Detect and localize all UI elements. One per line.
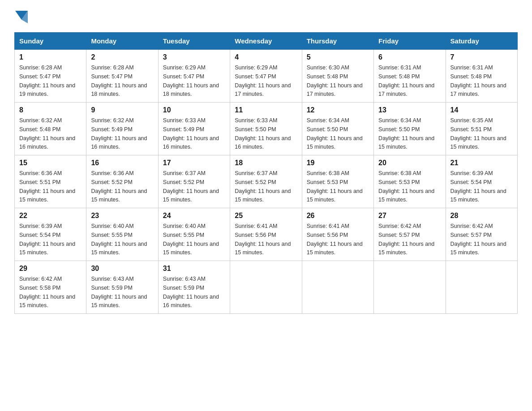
day-number: 21 (450, 159, 513, 167)
day-number: 24 (163, 212, 225, 220)
calendar-cell: 17 Sunrise: 6:37 AMSunset: 5:52 PMDaylig… (158, 155, 230, 208)
calendar-cell: 31 Sunrise: 6:43 AMSunset: 5:59 PMDaylig… (158, 261, 230, 314)
calendar-cell: 19 Sunrise: 6:38 AMSunset: 5:53 PMDaylig… (302, 155, 373, 208)
calendar-cell: 2 Sunrise: 6:28 AMSunset: 5:47 PMDayligh… (86, 50, 158, 103)
calendar-cell: 20 Sunrise: 6:38 AMSunset: 5:53 PMDaylig… (374, 155, 446, 208)
day-number: 11 (235, 106, 297, 114)
day-info: Sunrise: 6:34 AMSunset: 5:50 PMDaylight:… (307, 117, 363, 150)
day-info: Sunrise: 6:38 AMSunset: 5:53 PMDaylight:… (307, 170, 363, 203)
day-number: 29 (19, 265, 82, 273)
day-info: Sunrise: 6:28 AMSunset: 5:47 PMDaylight:… (91, 64, 147, 97)
day-info: Sunrise: 6:36 AMSunset: 5:52 PMDaylight:… (91, 170, 147, 203)
calendar-cell: 4 Sunrise: 6:29 AMSunset: 5:47 PMDayligh… (230, 50, 302, 103)
weekday-header-sunday: Sunday (15, 33, 86, 50)
day-info: Sunrise: 6:41 AMSunset: 5:56 PMDaylight:… (235, 223, 291, 256)
day-number: 16 (91, 159, 153, 167)
calendar-cell: 29 Sunrise: 6:42 AMSunset: 5:58 PMDaylig… (15, 261, 86, 314)
weekday-header-tuesday: Tuesday (158, 33, 230, 50)
calendar-cell: 5 Sunrise: 6:30 AMSunset: 5:48 PMDayligh… (302, 50, 373, 103)
calendar-cell: 6 Sunrise: 6:31 AMSunset: 5:48 PMDayligh… (374, 50, 446, 103)
calendar-cell: 25 Sunrise: 6:41 AMSunset: 5:56 PMDaylig… (230, 208, 302, 261)
day-info: Sunrise: 6:41 AMSunset: 5:56 PMDaylight:… (307, 223, 363, 256)
day-number: 2 (91, 53, 153, 61)
calendar-cell: 22 Sunrise: 6:39 AMSunset: 5:54 PMDaylig… (15, 208, 86, 261)
weekday-header-row: SundayMondayTuesdayWednesdayThursdayFrid… (15, 33, 518, 50)
day-number: 19 (307, 159, 369, 167)
day-number: 4 (235, 53, 297, 61)
day-number: 17 (163, 159, 225, 167)
day-info: Sunrise: 6:31 AMSunset: 5:48 PMDaylight:… (378, 64, 434, 97)
day-number: 30 (91, 265, 153, 273)
week-row-2: 8 Sunrise: 6:32 AMSunset: 5:48 PMDayligh… (15, 103, 518, 155)
day-info: Sunrise: 6:43 AMSunset: 5:59 PMDaylight:… (163, 276, 219, 308)
day-number: 22 (19, 212, 82, 220)
day-number: 3 (163, 53, 225, 61)
day-number: 1 (19, 53, 82, 61)
calendar-cell: 7 Sunrise: 6:31 AMSunset: 5:48 PMDayligh… (446, 50, 517, 103)
calendar-cell: 12 Sunrise: 6:34 AMSunset: 5:50 PMDaylig… (302, 103, 373, 155)
calendar-cell: 27 Sunrise: 6:42 AMSunset: 5:57 PMDaylig… (374, 208, 446, 261)
day-info: Sunrise: 6:34 AMSunset: 5:50 PMDaylight:… (378, 117, 434, 150)
day-info: Sunrise: 6:30 AMSunset: 5:48 PMDaylight:… (307, 64, 363, 97)
day-info: Sunrise: 6:32 AMSunset: 5:49 PMDaylight:… (91, 117, 147, 150)
calendar-cell: 3 Sunrise: 6:29 AMSunset: 5:47 PMDayligh… (158, 50, 230, 103)
week-row-4: 22 Sunrise: 6:39 AMSunset: 5:54 PMDaylig… (15, 208, 518, 261)
day-info: Sunrise: 6:42 AMSunset: 5:58 PMDaylight:… (19, 276, 75, 308)
weekday-header-monday: Monday (86, 33, 158, 50)
day-number: 25 (235, 212, 297, 220)
day-number: 9 (91, 106, 153, 114)
weekday-header-friday: Friday (374, 33, 446, 50)
day-info: Sunrise: 6:40 AMSunset: 5:55 PMDaylight:… (163, 223, 219, 256)
logo-icon (15, 11, 28, 23)
weekday-header-wednesday: Wednesday (230, 33, 302, 50)
day-info: Sunrise: 6:40 AMSunset: 5:55 PMDaylight:… (91, 223, 147, 256)
logo (14, 11, 28, 25)
day-info: Sunrise: 6:37 AMSunset: 5:52 PMDaylight:… (163, 170, 219, 203)
day-info: Sunrise: 6:29 AMSunset: 5:47 PMDaylight:… (163, 64, 219, 97)
day-number: 23 (91, 212, 153, 220)
calendar-cell: 26 Sunrise: 6:41 AMSunset: 5:56 PMDaylig… (302, 208, 373, 261)
day-info: Sunrise: 6:38 AMSunset: 5:53 PMDaylight:… (378, 170, 434, 203)
day-info: Sunrise: 6:31 AMSunset: 5:48 PMDaylight:… (450, 64, 506, 97)
calendar-cell (230, 261, 302, 314)
day-info: Sunrise: 6:39 AMSunset: 5:54 PMDaylight:… (450, 170, 506, 203)
calendar-cell: 13 Sunrise: 6:34 AMSunset: 5:50 PMDaylig… (374, 103, 446, 155)
day-info: Sunrise: 6:42 AMSunset: 5:57 PMDaylight:… (378, 223, 434, 256)
day-number: 5 (307, 53, 369, 61)
day-info: Sunrise: 6:36 AMSunset: 5:51 PMDaylight:… (19, 170, 75, 203)
day-info: Sunrise: 6:33 AMSunset: 5:50 PMDaylight:… (235, 117, 291, 150)
calendar-cell: 24 Sunrise: 6:40 AMSunset: 5:55 PMDaylig… (158, 208, 230, 261)
day-info: Sunrise: 6:28 AMSunset: 5:47 PMDaylight:… (19, 64, 75, 97)
calendar-cell: 28 Sunrise: 6:42 AMSunset: 5:57 PMDaylig… (446, 208, 517, 261)
calendar-cell: 10 Sunrise: 6:33 AMSunset: 5:49 PMDaylig… (158, 103, 230, 155)
calendar-cell: 14 Sunrise: 6:35 AMSunset: 5:51 PMDaylig… (446, 103, 517, 155)
day-number: 7 (450, 53, 513, 61)
day-number: 20 (378, 159, 441, 167)
calendar-cell: 16 Sunrise: 6:36 AMSunset: 5:52 PMDaylig… (86, 155, 158, 208)
day-number: 6 (378, 53, 441, 61)
page-header (14, 11, 518, 25)
day-number: 15 (19, 159, 82, 167)
calendar-cell: 15 Sunrise: 6:36 AMSunset: 5:51 PMDaylig… (15, 155, 86, 208)
day-info: Sunrise: 6:42 AMSunset: 5:57 PMDaylight:… (450, 223, 506, 256)
calendar-cell: 1 Sunrise: 6:28 AMSunset: 5:47 PMDayligh… (15, 50, 86, 103)
day-info: Sunrise: 6:43 AMSunset: 5:59 PMDaylight:… (91, 276, 147, 308)
calendar-cell: 18 Sunrise: 6:37 AMSunset: 5:52 PMDaylig… (230, 155, 302, 208)
day-info: Sunrise: 6:32 AMSunset: 5:48 PMDaylight:… (19, 117, 75, 150)
day-info: Sunrise: 6:33 AMSunset: 5:49 PMDaylight:… (163, 117, 219, 150)
day-info: Sunrise: 6:39 AMSunset: 5:54 PMDaylight:… (19, 223, 75, 256)
week-row-3: 15 Sunrise: 6:36 AMSunset: 5:51 PMDaylig… (15, 155, 518, 208)
calendar-cell: 23 Sunrise: 6:40 AMSunset: 5:55 PMDaylig… (86, 208, 158, 261)
week-row-1: 1 Sunrise: 6:28 AMSunset: 5:47 PMDayligh… (15, 50, 518, 103)
day-number: 12 (307, 106, 369, 114)
day-number: 14 (450, 106, 513, 114)
calendar-cell: 8 Sunrise: 6:32 AMSunset: 5:48 PMDayligh… (15, 103, 86, 155)
day-number: 8 (19, 106, 82, 114)
weekday-header-saturday: Saturday (446, 33, 517, 50)
day-number: 28 (450, 212, 513, 220)
calendar-cell: 30 Sunrise: 6:43 AMSunset: 5:59 PMDaylig… (86, 261, 158, 314)
day-number: 13 (378, 106, 441, 114)
weekday-header-thursday: Thursday (302, 33, 373, 50)
day-number: 26 (307, 212, 369, 220)
day-number: 27 (378, 212, 441, 220)
